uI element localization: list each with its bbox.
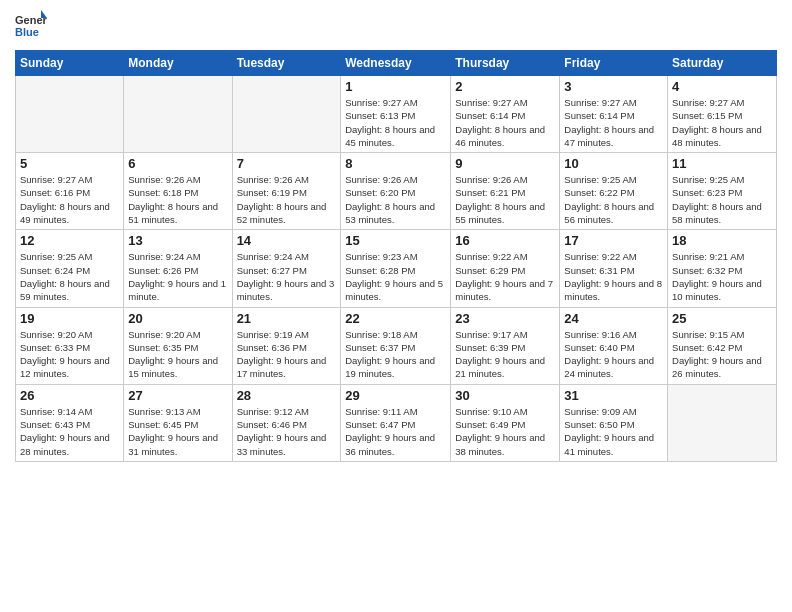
day-number: 22 xyxy=(345,311,446,326)
day-info: Sunrise: 9:11 AM Sunset: 6:47 PM Dayligh… xyxy=(345,405,446,458)
day-number: 29 xyxy=(345,388,446,403)
calendar-cell: 21Sunrise: 9:19 AM Sunset: 6:36 PM Dayli… xyxy=(232,307,341,384)
calendar-cell: 26Sunrise: 9:14 AM Sunset: 6:43 PM Dayli… xyxy=(16,384,124,461)
day-info: Sunrise: 9:27 AM Sunset: 6:14 PM Dayligh… xyxy=(455,96,555,149)
day-number: 21 xyxy=(237,311,337,326)
day-number: 19 xyxy=(20,311,119,326)
calendar: SundayMondayTuesdayWednesdayThursdayFrid… xyxy=(15,50,777,462)
svg-text:Blue: Blue xyxy=(15,26,39,38)
day-info: Sunrise: 9:20 AM Sunset: 6:35 PM Dayligh… xyxy=(128,328,227,381)
calendar-cell: 20Sunrise: 9:20 AM Sunset: 6:35 PM Dayli… xyxy=(124,307,232,384)
day-number: 20 xyxy=(128,311,227,326)
day-info: Sunrise: 9:17 AM Sunset: 6:39 PM Dayligh… xyxy=(455,328,555,381)
day-number: 1 xyxy=(345,79,446,94)
day-number: 18 xyxy=(672,233,772,248)
day-info: Sunrise: 9:22 AM Sunset: 6:29 PM Dayligh… xyxy=(455,250,555,303)
day-info: Sunrise: 9:18 AM Sunset: 6:37 PM Dayligh… xyxy=(345,328,446,381)
weekday-header-row: SundayMondayTuesdayWednesdayThursdayFrid… xyxy=(16,51,777,76)
calendar-cell: 12Sunrise: 9:25 AM Sunset: 6:24 PM Dayli… xyxy=(16,230,124,307)
day-info: Sunrise: 9:19 AM Sunset: 6:36 PM Dayligh… xyxy=(237,328,337,381)
calendar-cell: 18Sunrise: 9:21 AM Sunset: 6:32 PM Dayli… xyxy=(668,230,777,307)
day-number: 10 xyxy=(564,156,663,171)
calendar-cell: 14Sunrise: 9:24 AM Sunset: 6:27 PM Dayli… xyxy=(232,230,341,307)
calendar-cell xyxy=(16,76,124,153)
day-info: Sunrise: 9:24 AM Sunset: 6:26 PM Dayligh… xyxy=(128,250,227,303)
calendar-cell: 11Sunrise: 9:25 AM Sunset: 6:23 PM Dayli… xyxy=(668,153,777,230)
weekday-header: Tuesday xyxy=(232,51,341,76)
calendar-cell: 13Sunrise: 9:24 AM Sunset: 6:26 PM Dayli… xyxy=(124,230,232,307)
day-info: Sunrise: 9:27 AM Sunset: 6:15 PM Dayligh… xyxy=(672,96,772,149)
weekday-header: Saturday xyxy=(668,51,777,76)
calendar-cell: 22Sunrise: 9:18 AM Sunset: 6:37 PM Dayli… xyxy=(341,307,451,384)
day-number: 6 xyxy=(128,156,227,171)
weekday-header: Monday xyxy=(124,51,232,76)
day-info: Sunrise: 9:25 AM Sunset: 6:22 PM Dayligh… xyxy=(564,173,663,226)
day-number: 2 xyxy=(455,79,555,94)
day-info: Sunrise: 9:27 AM Sunset: 6:13 PM Dayligh… xyxy=(345,96,446,149)
calendar-week-row: 12Sunrise: 9:25 AM Sunset: 6:24 PM Dayli… xyxy=(16,230,777,307)
day-number: 30 xyxy=(455,388,555,403)
day-number: 26 xyxy=(20,388,119,403)
day-number: 7 xyxy=(237,156,337,171)
day-number: 4 xyxy=(672,79,772,94)
weekday-header: Wednesday xyxy=(341,51,451,76)
calendar-week-row: 1Sunrise: 9:27 AM Sunset: 6:13 PM Daylig… xyxy=(16,76,777,153)
calendar-cell: 30Sunrise: 9:10 AM Sunset: 6:49 PM Dayli… xyxy=(451,384,560,461)
day-number: 9 xyxy=(455,156,555,171)
day-number: 28 xyxy=(237,388,337,403)
calendar-cell: 28Sunrise: 9:12 AM Sunset: 6:46 PM Dayli… xyxy=(232,384,341,461)
calendar-cell: 10Sunrise: 9:25 AM Sunset: 6:22 PM Dayli… xyxy=(560,153,668,230)
day-number: 3 xyxy=(564,79,663,94)
calendar-cell: 3Sunrise: 9:27 AM Sunset: 6:14 PM Daylig… xyxy=(560,76,668,153)
day-number: 14 xyxy=(237,233,337,248)
day-number: 8 xyxy=(345,156,446,171)
weekday-header: Sunday xyxy=(16,51,124,76)
calendar-cell: 23Sunrise: 9:17 AM Sunset: 6:39 PM Dayli… xyxy=(451,307,560,384)
day-number: 27 xyxy=(128,388,227,403)
calendar-cell: 29Sunrise: 9:11 AM Sunset: 6:47 PM Dayli… xyxy=(341,384,451,461)
calendar-week-row: 26Sunrise: 9:14 AM Sunset: 6:43 PM Dayli… xyxy=(16,384,777,461)
day-info: Sunrise: 9:14 AM Sunset: 6:43 PM Dayligh… xyxy=(20,405,119,458)
day-info: Sunrise: 9:10 AM Sunset: 6:49 PM Dayligh… xyxy=(455,405,555,458)
day-info: Sunrise: 9:24 AM Sunset: 6:27 PM Dayligh… xyxy=(237,250,337,303)
day-number: 17 xyxy=(564,233,663,248)
calendar-cell: 4Sunrise: 9:27 AM Sunset: 6:15 PM Daylig… xyxy=(668,76,777,153)
day-number: 5 xyxy=(20,156,119,171)
day-info: Sunrise: 9:15 AM Sunset: 6:42 PM Dayligh… xyxy=(672,328,772,381)
calendar-cell: 31Sunrise: 9:09 AM Sunset: 6:50 PM Dayli… xyxy=(560,384,668,461)
day-number: 16 xyxy=(455,233,555,248)
day-number: 25 xyxy=(672,311,772,326)
day-info: Sunrise: 9:21 AM Sunset: 6:32 PM Dayligh… xyxy=(672,250,772,303)
header: General Blue xyxy=(15,10,777,42)
day-info: Sunrise: 9:13 AM Sunset: 6:45 PM Dayligh… xyxy=(128,405,227,458)
calendar-cell xyxy=(668,384,777,461)
day-number: 12 xyxy=(20,233,119,248)
day-info: Sunrise: 9:20 AM Sunset: 6:33 PM Dayligh… xyxy=(20,328,119,381)
calendar-cell: 17Sunrise: 9:22 AM Sunset: 6:31 PM Dayli… xyxy=(560,230,668,307)
calendar-cell: 2Sunrise: 9:27 AM Sunset: 6:14 PM Daylig… xyxy=(451,76,560,153)
day-info: Sunrise: 9:26 AM Sunset: 6:20 PM Dayligh… xyxy=(345,173,446,226)
day-number: 24 xyxy=(564,311,663,326)
day-number: 13 xyxy=(128,233,227,248)
calendar-cell xyxy=(232,76,341,153)
calendar-cell: 1Sunrise: 9:27 AM Sunset: 6:13 PM Daylig… xyxy=(341,76,451,153)
calendar-cell: 25Sunrise: 9:15 AM Sunset: 6:42 PM Dayli… xyxy=(668,307,777,384)
calendar-cell: 19Sunrise: 9:20 AM Sunset: 6:33 PM Dayli… xyxy=(16,307,124,384)
logo-svg: General Blue xyxy=(15,10,47,42)
calendar-cell: 15Sunrise: 9:23 AM Sunset: 6:28 PM Dayli… xyxy=(341,230,451,307)
calendar-cell: 24Sunrise: 9:16 AM Sunset: 6:40 PM Dayli… xyxy=(560,307,668,384)
calendar-cell: 6Sunrise: 9:26 AM Sunset: 6:18 PM Daylig… xyxy=(124,153,232,230)
day-info: Sunrise: 9:26 AM Sunset: 6:21 PM Dayligh… xyxy=(455,173,555,226)
day-info: Sunrise: 9:26 AM Sunset: 6:18 PM Dayligh… xyxy=(128,173,227,226)
weekday-header: Thursday xyxy=(451,51,560,76)
calendar-cell: 9Sunrise: 9:26 AM Sunset: 6:21 PM Daylig… xyxy=(451,153,560,230)
day-number: 15 xyxy=(345,233,446,248)
page: General Blue SundayMondayTuesdayWednesda… xyxy=(0,0,792,612)
calendar-cell: 7Sunrise: 9:26 AM Sunset: 6:19 PM Daylig… xyxy=(232,153,341,230)
calendar-cell xyxy=(124,76,232,153)
logo: General Blue xyxy=(15,10,47,42)
calendar-cell: 27Sunrise: 9:13 AM Sunset: 6:45 PM Dayli… xyxy=(124,384,232,461)
day-info: Sunrise: 9:23 AM Sunset: 6:28 PM Dayligh… xyxy=(345,250,446,303)
day-info: Sunrise: 9:16 AM Sunset: 6:40 PM Dayligh… xyxy=(564,328,663,381)
day-info: Sunrise: 9:25 AM Sunset: 6:23 PM Dayligh… xyxy=(672,173,772,226)
